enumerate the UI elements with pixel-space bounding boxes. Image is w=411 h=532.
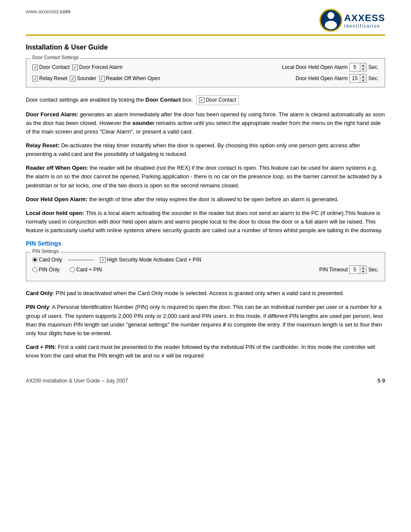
pin-timeout-up-arrow[interactable]: ▲ [360,266,366,270]
hash-bold: # [223,321,226,328]
card-plus-pin-radio-btn [70,267,75,272]
pin-timeout-group: PIN Timeout 5 ▲ ▼ Sec. [319,265,379,274]
door-forced-alarm-label: Door Forced Alarm [79,64,123,70]
local-door-down-arrow[interactable]: ▼ [360,67,366,71]
door-contact-inline-label: Door Contact [206,96,237,104]
door-held-open-sec-label: Sec. [368,75,379,81]
para1-sounder-bold: sounder [132,120,154,126]
para4-bold: Door Held Open Alarm: [26,196,87,202]
pin-timeout-arrows: ▲ ▼ [360,266,366,274]
high-security-label: High Security Mode Activates Card + PIN [107,257,201,263]
url-bold: com [60,9,71,15]
pin-row1: Card Only High Security Mode Activates C… [32,257,379,263]
local-door-held-open-group: Local Door Held Open Alarm 5 ▲ ▼ Sec. [282,63,379,72]
local-door-value: 5 [350,63,360,71]
card-only-radio[interactable]: Card Only [32,257,62,263]
footer-page: 5 9 [377,377,385,384]
door-contact-cb1-label: Door Contact [39,64,70,70]
pin-timeout-down-arrow[interactable]: ▼ [360,270,366,274]
door-forced-alarm-cb[interactable]: Door Forced Alarm [72,64,123,70]
logo-group: AXXESS Identification [344,12,385,28]
pin-para1-bold: Card Only [26,290,53,296]
para2-bold: Relay Reset: [26,142,59,149]
door-contact-inline-cb[interactable]: Door Contact [196,95,239,105]
para3-bold: Reader off When Open: [26,165,88,171]
relay-reset-label: Relay Reset [39,75,67,81]
door-held-open-down-arrow[interactable]: ▼ [360,78,366,82]
door-contact-intro-text: Door contact settings are enabled by tic… [26,96,146,103]
para-card-plus-pin: Card + PIN: First a valid card must be p… [26,343,385,360]
door-forced-alarm-cb-box [72,65,78,70]
pin-row2: PIN Only Card + PIN PIN Timeout 5 ▲ ▼ Se… [32,265,379,274]
local-door-arrows: ▲ ▼ [360,63,366,71]
relay-reset-cb-box [32,76,38,81]
door-held-open-spinbox[interactable]: 15 ▲ ▼ [349,74,367,83]
door-contact-panel-title: Door Contact Settings [31,55,81,60]
door-contact-intro-para: Door contact settings are enabled by tic… [26,95,385,105]
local-door-up-arrow[interactable]: ▲ [360,63,366,67]
door-held-open-value: 15 [350,75,360,82]
pin-para2-bold: PIN Only [26,304,49,310]
door-contact-row2: Relay Reset Sounder Reader Off When Open… [32,74,379,83]
door-held-open-up-arrow[interactable]: ▲ [360,75,366,78]
relay-reset-cb[interactable]: Relay Reset [32,75,67,81]
para-door-held-open-alarm: Door Held Open Alarm: the length of time… [26,195,385,204]
logo-text: AXXESS [344,12,385,24]
pin-timeout-label: PIN Timeout [319,267,348,273]
footer: AX200 Installation & User Guide – July 2… [26,377,385,384]
logo-container: AXXESS Identification [319,9,385,32]
door-contact-bold: Door Contact [146,96,181,103]
local-door-held-open-spinbox[interactable]: 5 ▲ ▼ [349,63,367,72]
local-door-sec-label: Sec. [368,64,379,70]
pin-settings-panel: PIN Settings Card Only High Security Mod… [26,252,385,281]
para-reader-off-when-open: Reader off When Open: the reader will be… [26,164,385,190]
door-contact-inline-cb-box [199,97,205,103]
pin-para3-bold: Card + PIN: [26,344,56,350]
door-contact-cb1[interactable]: Door Contact [32,64,70,70]
para-relay-reset: Relay Reset: De-activates the relay time… [26,141,385,159]
axxess-logo-icon [319,9,342,32]
door-contact-cb1-box [32,65,38,70]
page: www.axxessid.com AXXESS Identification I… [0,0,411,532]
sounder-label: Sounder [77,75,96,81]
door-held-open-alarm-label: Door Held Open Alarm [296,75,348,81]
para1-bold: Door Forced Alarm: [26,111,78,118]
door-contact-row1: Door Contact Door Forced Alarm Local Doo… [32,63,379,72]
card-only-label: Card Only [39,257,62,263]
sounder-cb[interactable]: Sounder [70,75,96,81]
hline-divider [68,260,94,260]
sounder-cb-box [70,76,75,81]
high-security-cb[interactable]: High Security Mode Activates Card + PIN [100,257,201,263]
pin-only-radio-btn [32,267,37,272]
para-door-forced-alarm: Door Forced Alarm: generates an alarm im… [26,110,385,136]
footer-left: AX200 Installation & User Guide – July 2… [26,378,128,384]
reader-off-when-open-label: Reader Off When Open [106,75,160,81]
high-security-cb-box [100,257,106,263]
reader-off-when-open-cb-box [99,76,105,81]
logo-subtext: Identification [344,24,380,28]
svg-point-2 [325,21,337,29]
pin-timeout-value: 5 [350,266,360,274]
pin-timeout-sec-label: Sec. [368,267,379,273]
pin-only-label: PIN Only [39,267,59,273]
pin-timeout-spinbox[interactable]: 5 ▲ ▼ [349,265,367,274]
door-held-open-arrows: ▲ ▼ [360,75,366,82]
pin-section-title: PIN Settings [26,240,385,247]
para-pin-only: PIN Only: A Personal Identification Numb… [26,303,385,338]
section-title: Installation & User Guide [26,44,385,51]
card-only-radio-btn [32,257,37,262]
para-card-only: Card Only: PIN pad is deactivated when t… [26,289,385,298]
pin-panel-title: PIN Settings [31,249,60,254]
local-door-held-open-label: Local Door Held Open Alarm [282,64,348,70]
card-plus-pin-radio[interactable]: Card + PIN [70,267,102,273]
svg-point-1 [327,12,334,19]
gold-divider [26,34,385,36]
para5-bold: Local door held open: [26,210,84,216]
para-local-door-held-open: Local door held open: This is a local al… [26,209,385,235]
header: www.axxessid.com AXXESS Identification [26,9,385,32]
door-held-open-alarm-group: Door Held Open Alarm 15 ▲ ▼ Sec. [296,74,379,83]
pin-only-radio[interactable]: PIN Only [32,267,59,273]
header-url: www.axxessid.com [26,9,70,15]
reader-off-when-open-cb[interactable]: Reader Off When Open [99,75,160,81]
card-plus-pin-label: Card + PIN [76,267,102,273]
